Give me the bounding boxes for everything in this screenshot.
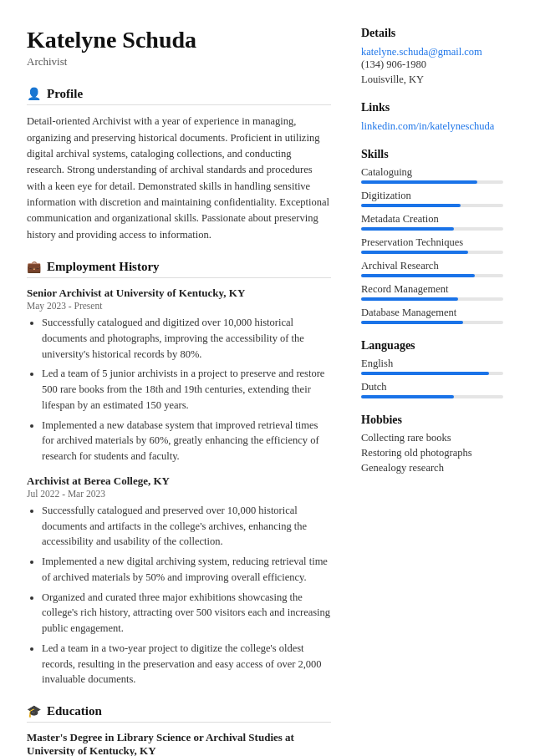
skill-bar-fill-5: [361, 274, 475, 277]
details-location: Louisville, KY: [361, 74, 503, 86]
employment-heading: 💼 Employment History: [27, 260, 331, 278]
skill-digitization: Digitization: [361, 190, 503, 207]
lang-bar-fill-1: [361, 372, 489, 375]
resume-title: Archivist: [27, 55, 331, 68]
links-heading: Links: [361, 101, 503, 114]
employment-section: 💼 Employment History Senior Archivist at…: [27, 260, 331, 688]
education-section: 🎓 Education Master's Degree in Library S…: [27, 704, 331, 756]
skill-archival-research: Archival Research: [361, 260, 503, 277]
lang-bar-fill-2: [361, 395, 454, 398]
lang-bar-bg-2: [361, 395, 503, 398]
education-icon: 🎓: [27, 704, 41, 718]
job-2-bullet-3: Organized and curated three major exhibi…: [42, 590, 331, 637]
employment-icon: 💼: [27, 260, 41, 274]
skill-bar-fill-3: [361, 227, 454, 231]
job-2-date: Jul 2022 - Mar 2023: [27, 489, 331, 499]
skill-bar-bg-4: [361, 251, 503, 254]
skill-bar-bg-3: [361, 227, 503, 231]
job-1-title: Senior Archivist at University of Kentuc…: [27, 287, 331, 300]
skill-bar-fill-6: [361, 297, 458, 301]
hobby-2: Restoring old photographs: [361, 447, 503, 459]
job-1-bullets: Successfully catalogued and digitized ov…: [27, 315, 331, 464]
job-2-bullet-1: Successfully catalogued and preserved ov…: [42, 503, 331, 550]
linkedin-link[interactable]: linkedin.com/in/katelyneschuda: [361, 120, 494, 132]
details-heading: Details: [361, 27, 503, 40]
skill-bar-bg-6: [361, 297, 503, 301]
resume-name: Katelyne Schuda: [27, 27, 331, 53]
left-column: Katelyne Schuda Archivist 👤 Profile Deta…: [0, 27, 351, 756]
details-section: Details katelyne.schuda@gmail.com (134) …: [361, 27, 503, 86]
lang-english: English: [361, 358, 503, 375]
skills-heading: Skills: [361, 148, 503, 161]
job-2: Archivist at Berea College, KY Jul 2022 …: [27, 474, 331, 688]
details-phone: (134) 906-1980: [361, 58, 503, 71]
profile-text: Detail-oriented Archivist with a year of…: [27, 114, 331, 243]
skill-cataloguing: Cataloguing: [361, 166, 503, 184]
skill-record-management: Record Management: [361, 283, 503, 301]
hobby-1: Collecting rare books: [361, 432, 503, 444]
skills-section: Skills Cataloguing Digitization Metadata…: [361, 148, 503, 324]
skill-bar-fill-4: [361, 251, 468, 254]
details-email[interactable]: katelyne.schuda@gmail.com: [361, 46, 482, 58]
job-1-date: May 2023 - Present: [27, 301, 331, 311]
job-1-bullet-2: Led a team of 5 junior archivists in a p…: [42, 366, 331, 413]
skill-database-management: Database Management: [361, 307, 503, 324]
hobbies-section: Hobbies Collecting rare books Restoring …: [361, 414, 503, 474]
job-1: Senior Archivist at University of Kentuc…: [27, 287, 331, 464]
skill-bar-bg-1: [361, 180, 503, 184]
job-2-bullets: Successfully catalogued and preserved ov…: [27, 503, 331, 688]
job-2-bullet-4: Led a team in a two-year project to digi…: [42, 641, 331, 688]
profile-section: 👤 Profile Detail-oriented Archivist with…: [27, 87, 331, 243]
lang-dutch: Dutch: [361, 381, 503, 398]
languages-heading: Languages: [361, 339, 503, 353]
profile-heading: 👤 Profile: [27, 87, 331, 105]
skill-metadata: Metadata Creation: [361, 213, 503, 231]
profile-icon: 👤: [27, 87, 41, 101]
edu-1-title: Master's Degree in Library Science or Ar…: [27, 731, 331, 756]
job-2-title: Archivist at Berea College, KY: [27, 474, 331, 488]
lang-bar-bg-1: [361, 372, 503, 375]
skill-bar-fill-1: [361, 180, 477, 184]
skill-bar-bg-7: [361, 321, 503, 324]
right-column: Details katelyne.schuda@gmail.com (134) …: [351, 27, 518, 756]
languages-section: Languages English Dutch: [361, 339, 503, 398]
hobby-3: Genealogy research: [361, 462, 503, 474]
job-1-bullet-3: Implemented a new database system that i…: [42, 418, 331, 464]
skill-bar-bg-2: [361, 204, 503, 207]
skill-bar-bg-5: [361, 274, 503, 277]
job-2-bullet-2: Implemented a new digital archiving syst…: [42, 554, 331, 586]
skill-preservation: Preservation Techniques: [361, 236, 503, 254]
job-1-bullet-1: Successfully catalogued and digitized ov…: [42, 315, 331, 362]
skill-bar-fill-2: [361, 204, 461, 207]
hobbies-heading: Hobbies: [361, 414, 503, 427]
skill-bar-fill-7: [361, 321, 463, 324]
links-section: Links linkedin.com/in/katelyneschuda: [361, 101, 503, 133]
education-heading: 🎓 Education: [27, 704, 331, 723]
